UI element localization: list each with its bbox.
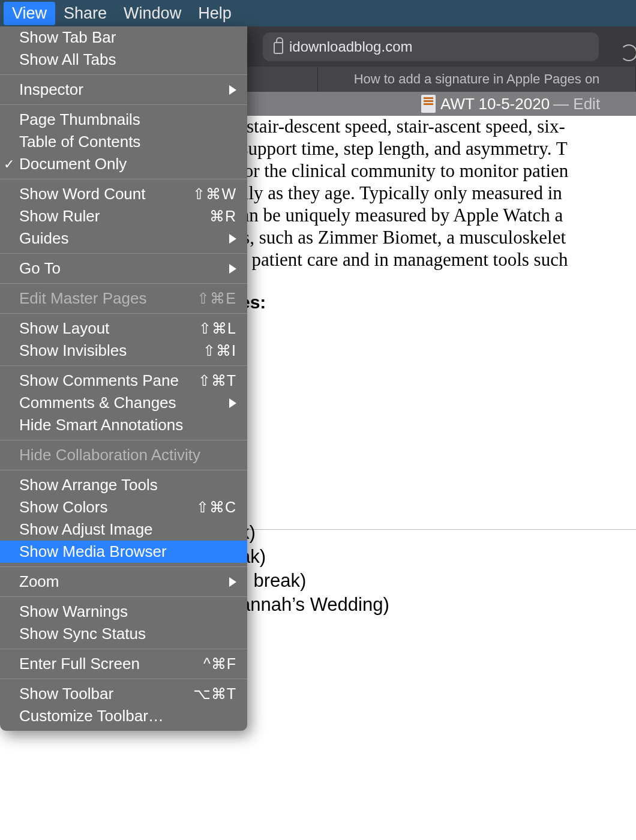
menu-separator (0, 74, 247, 75)
menu-item-show-layout[interactable]: Show Layout ⇧⌘L (0, 317, 247, 340)
document-status: — Edit (553, 95, 600, 113)
menu-separator (0, 470, 247, 470)
menu-item-guides[interactable]: Guides (0, 227, 247, 250)
submenu-arrow-icon (229, 85, 236, 95)
doc-text-line: e support time, step length, and asymmet… (228, 137, 568, 160)
menu-item-document-only[interactable]: ✓ Document Only (0, 153, 247, 175)
menu-item-show-ruler[interactable]: Show Ruler ⌘R (0, 205, 247, 227)
doc-text-line: can be uniquely measured by Apple Watch … (228, 204, 563, 226)
doc-bullet-fragments: k) ak) ll break) annah’s Wedding) (240, 521, 389, 617)
menu-view[interactable]: View (4, 2, 55, 25)
menu-item-show-arrange-tools[interactable]: Show Arrange Tools (0, 474, 247, 496)
shortcut-label: ⇧⌘C (196, 499, 236, 516)
checkmark-icon: ✓ (4, 157, 14, 172)
doc-text-line: k) (240, 521, 389, 545)
lock-icon (274, 42, 283, 54)
menu-share[interactable]: Share (55, 2, 115, 25)
pages-doc-icon (421, 95, 436, 113)
doc-text-line: ll break) (240, 569, 389, 593)
doc-text-line: annah’s Wedding) (240, 593, 389, 617)
menu-separator (0, 104, 247, 105)
menu-item-show-invisibles[interactable]: Show Invisibles ⇧⌘I (0, 340, 247, 362)
menu-item-zoom[interactable]: Zoom (0, 571, 247, 593)
document-title: AWT 10-5-2020 (440, 95, 550, 113)
menu-separator (0, 313, 247, 314)
menu-item-show-media-browser[interactable]: Show Media Browser (0, 541, 247, 563)
shortcut-label: ⇧⌘L (199, 320, 236, 337)
address-domain: idownloadblog.com (289, 38, 412, 55)
shortcut-label: ⌘R (209, 208, 236, 225)
menu-item-hide-collaboration-activity: Hide Collaboration Activity (0, 444, 247, 466)
menu-separator (0, 566, 247, 567)
menubar: View Share Window Help (0, 0, 636, 26)
menu-window[interactable]: Window (115, 2, 190, 25)
menu-item-page-thumbnails[interactable]: Page Thumbnails (0, 109, 247, 131)
menu-item-show-warnings[interactable]: Show Warnings (0, 601, 247, 623)
menu-item-show-all-tabs[interactable]: Show All Tabs (0, 49, 247, 71)
shortcut-label: ⇧⌘I (203, 342, 236, 359)
shortcut-label: ⇧⌘T (198, 372, 236, 389)
doc-text-line: ers, such as Zimmer Biomet, a musculoske… (228, 226, 566, 248)
doc-text-line: t for the clinical community to monitor … (228, 160, 568, 182)
doc-text-line: in patient care and in management tools … (228, 248, 568, 271)
address-bar[interactable]: idownloadblog.com (263, 32, 599, 61)
submenu-arrow-icon (229, 264, 236, 274)
menu-item-show-adjust-image[interactable]: Show Adjust Image (0, 518, 247, 541)
menu-separator (0, 649, 247, 649)
view-menu-dropdown: Show Tab Bar Show All Tabs Inspector Pag… (0, 26, 247, 731)
submenu-arrow-icon (229, 398, 236, 408)
menu-item-show-comments-pane[interactable]: Show Comments Pane ⇧⌘T (0, 370, 247, 392)
background-tab[interactable]: How to add a signature in Apple Pages on (318, 67, 636, 92)
submenu-arrow-icon (229, 234, 236, 244)
menu-item-show-tab-bar[interactable]: Show Tab Bar (0, 26, 247, 49)
menu-separator (0, 596, 247, 597)
menu-item-show-sync-status[interactable]: Show Sync Status (0, 623, 247, 645)
doc-text-line: d, stair-descent speed, stair-ascent spe… (228, 115, 565, 137)
menu-item-comments-changes[interactable]: Comments & Changes (0, 392, 247, 414)
shortcut-label: ⇧⌘W (193, 185, 236, 203)
shortcut-label: ^⌘F (203, 655, 236, 673)
shortcut-label: ⇧⌘E (197, 290, 236, 307)
menu-item-show-toolbar[interactable]: Show Toolbar ⌥⌘T (0, 683, 247, 705)
menu-help[interactable]: Help (190, 2, 240, 25)
shortcut-label: ⌥⌘T (193, 685, 236, 703)
doc-text-line: ak) (240, 545, 389, 569)
menu-item-show-colors[interactable]: Show Colors ⇧⌘C (0, 496, 247, 518)
menu-item-enter-full-screen[interactable]: Enter Full Screen ^⌘F (0, 653, 247, 675)
menu-item-show-word-count[interactable]: Show Word Count ⇧⌘W (0, 183, 247, 205)
menu-item-go-to[interactable]: Go To (0, 257, 247, 280)
reload-icon[interactable] (620, 44, 636, 61)
doc-text-line: asily as they age. Typically only measur… (228, 182, 562, 204)
menu-item-hide-smart-annotations[interactable]: Hide Smart Annotations (0, 414, 247, 436)
menu-separator (0, 365, 247, 366)
menu-separator (0, 179, 247, 179)
submenu-arrow-icon (229, 577, 236, 587)
menu-item-customize-toolbar[interactable]: Customize Toolbar… (0, 705, 247, 727)
menu-item-table-of-contents[interactable]: Table of Contents (0, 131, 247, 153)
menu-separator (0, 440, 247, 440)
menu-item-inspector[interactable]: Inspector (0, 79, 247, 101)
menu-item-edit-master-pages: Edit Master Pages ⇧⌘E (0, 287, 247, 310)
menu-separator (0, 283, 247, 284)
menu-separator (0, 679, 247, 679)
menu-separator (0, 253, 247, 254)
